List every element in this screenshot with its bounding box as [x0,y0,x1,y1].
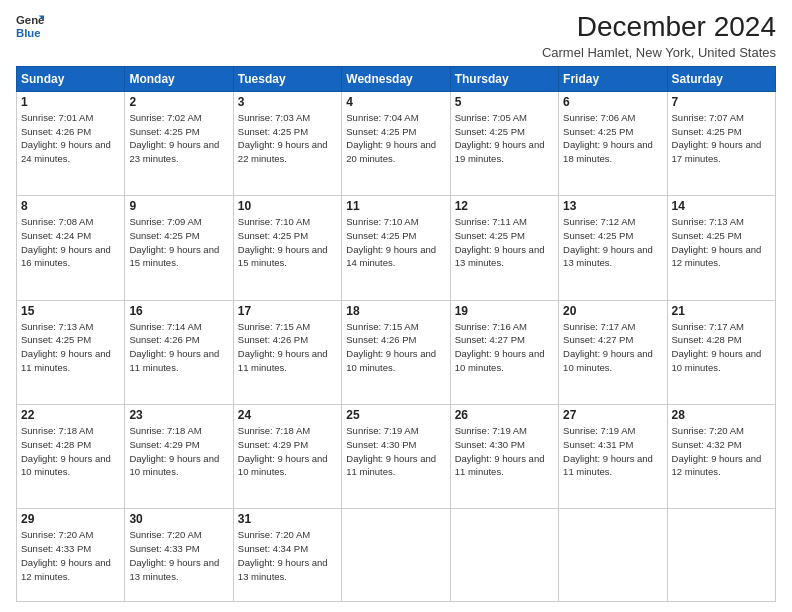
day-number: 29 [21,512,120,526]
weekday-monday: Monday [125,66,233,91]
day-number: 22 [21,408,120,422]
day-info: Sunrise: 7:20 AMSunset: 4:33 PMDaylight:… [129,528,228,583]
logo-icon: General Blue [16,12,44,40]
calendar-cell: 11Sunrise: 7:10 AMSunset: 4:25 PMDayligh… [342,196,450,300]
calendar-cell: 22Sunrise: 7:18 AMSunset: 4:28 PMDayligh… [17,404,125,508]
week-row-5: 29Sunrise: 7:20 AMSunset: 4:33 PMDayligh… [17,509,776,602]
day-info: Sunrise: 7:20 AMSunset: 4:34 PMDaylight:… [238,528,337,583]
day-info: Sunrise: 7:12 AMSunset: 4:25 PMDaylight:… [563,215,662,270]
svg-text:Blue: Blue [16,27,41,39]
day-number: 17 [238,304,337,318]
calendar-cell: 19Sunrise: 7:16 AMSunset: 4:27 PMDayligh… [450,300,558,404]
day-number: 10 [238,199,337,213]
day-info: Sunrise: 7:10 AMSunset: 4:25 PMDaylight:… [238,215,337,270]
calendar-cell: 26Sunrise: 7:19 AMSunset: 4:30 PMDayligh… [450,404,558,508]
day-info: Sunrise: 7:17 AMSunset: 4:28 PMDaylight:… [672,320,771,375]
calendar-cell: 15Sunrise: 7:13 AMSunset: 4:25 PMDayligh… [17,300,125,404]
day-info: Sunrise: 7:08 AMSunset: 4:24 PMDaylight:… [21,215,120,270]
calendar-cell [450,509,558,602]
day-info: Sunrise: 7:10 AMSunset: 4:25 PMDaylight:… [346,215,445,270]
day-info: Sunrise: 7:18 AMSunset: 4:28 PMDaylight:… [21,424,120,479]
day-number: 25 [346,408,445,422]
day-number: 21 [672,304,771,318]
day-info: Sunrise: 7:18 AMSunset: 4:29 PMDaylight:… [129,424,228,479]
week-row-4: 22Sunrise: 7:18 AMSunset: 4:28 PMDayligh… [17,404,776,508]
calendar-body: 1Sunrise: 7:01 AMSunset: 4:26 PMDaylight… [17,91,776,601]
calendar-cell: 9Sunrise: 7:09 AMSunset: 4:25 PMDaylight… [125,196,233,300]
calendar-cell: 17Sunrise: 7:15 AMSunset: 4:26 PMDayligh… [233,300,341,404]
day-number: 15 [21,304,120,318]
day-info: Sunrise: 7:18 AMSunset: 4:29 PMDaylight:… [238,424,337,479]
title-block: December 2024 Carmel Hamlet, New York, U… [542,12,776,60]
calendar-cell: 31Sunrise: 7:20 AMSunset: 4:34 PMDayligh… [233,509,341,602]
calendar-cell [667,509,775,602]
calendar-cell: 20Sunrise: 7:17 AMSunset: 4:27 PMDayligh… [559,300,667,404]
day-info: Sunrise: 7:19 AMSunset: 4:31 PMDaylight:… [563,424,662,479]
day-number: 24 [238,408,337,422]
day-number: 16 [129,304,228,318]
calendar-cell: 16Sunrise: 7:14 AMSunset: 4:26 PMDayligh… [125,300,233,404]
day-number: 11 [346,199,445,213]
day-info: Sunrise: 7:07 AMSunset: 4:25 PMDaylight:… [672,111,771,166]
day-info: Sunrise: 7:13 AMSunset: 4:25 PMDaylight:… [672,215,771,270]
calendar-cell: 28Sunrise: 7:20 AMSunset: 4:32 PMDayligh… [667,404,775,508]
day-number: 13 [563,199,662,213]
header: General Blue December 2024 Carmel Hamlet… [16,12,776,60]
day-number: 1 [21,95,120,109]
day-number: 20 [563,304,662,318]
day-number: 14 [672,199,771,213]
day-number: 26 [455,408,554,422]
day-info: Sunrise: 7:03 AMSunset: 4:25 PMDaylight:… [238,111,337,166]
day-info: Sunrise: 7:13 AMSunset: 4:25 PMDaylight:… [21,320,120,375]
day-number: 23 [129,408,228,422]
calendar-cell: 12Sunrise: 7:11 AMSunset: 4:25 PMDayligh… [450,196,558,300]
calendar-table: SundayMondayTuesdayWednesdayThursdayFrid… [16,66,776,602]
calendar-cell [342,509,450,602]
day-number: 27 [563,408,662,422]
day-info: Sunrise: 7:02 AMSunset: 4:25 PMDaylight:… [129,111,228,166]
calendar-cell: 30Sunrise: 7:20 AMSunset: 4:33 PMDayligh… [125,509,233,602]
calendar-cell: 27Sunrise: 7:19 AMSunset: 4:31 PMDayligh… [559,404,667,508]
day-info: Sunrise: 7:05 AMSunset: 4:25 PMDaylight:… [455,111,554,166]
day-info: Sunrise: 7:16 AMSunset: 4:27 PMDaylight:… [455,320,554,375]
calendar-cell: 2Sunrise: 7:02 AMSunset: 4:25 PMDaylight… [125,91,233,195]
day-number: 18 [346,304,445,318]
day-number: 6 [563,95,662,109]
calendar-cell: 10Sunrise: 7:10 AMSunset: 4:25 PMDayligh… [233,196,341,300]
calendar-cell: 7Sunrise: 7:07 AMSunset: 4:25 PMDaylight… [667,91,775,195]
day-info: Sunrise: 7:04 AMSunset: 4:25 PMDaylight:… [346,111,445,166]
day-number: 7 [672,95,771,109]
calendar-cell: 8Sunrise: 7:08 AMSunset: 4:24 PMDaylight… [17,196,125,300]
day-number: 12 [455,199,554,213]
day-number: 31 [238,512,337,526]
day-info: Sunrise: 7:17 AMSunset: 4:27 PMDaylight:… [563,320,662,375]
day-info: Sunrise: 7:14 AMSunset: 4:26 PMDaylight:… [129,320,228,375]
calendar-cell: 14Sunrise: 7:13 AMSunset: 4:25 PMDayligh… [667,196,775,300]
day-info: Sunrise: 7:19 AMSunset: 4:30 PMDaylight:… [346,424,445,479]
calendar-cell: 21Sunrise: 7:17 AMSunset: 4:28 PMDayligh… [667,300,775,404]
calendar-cell: 3Sunrise: 7:03 AMSunset: 4:25 PMDaylight… [233,91,341,195]
calendar-cell [559,509,667,602]
week-row-2: 8Sunrise: 7:08 AMSunset: 4:24 PMDaylight… [17,196,776,300]
day-info: Sunrise: 7:06 AMSunset: 4:25 PMDaylight:… [563,111,662,166]
day-number: 2 [129,95,228,109]
month-title: December 2024 [542,12,776,43]
logo: General Blue [16,12,44,40]
calendar-cell: 18Sunrise: 7:15 AMSunset: 4:26 PMDayligh… [342,300,450,404]
day-number: 3 [238,95,337,109]
weekday-saturday: Saturday [667,66,775,91]
week-row-3: 15Sunrise: 7:13 AMSunset: 4:25 PMDayligh… [17,300,776,404]
weekday-wednesday: Wednesday [342,66,450,91]
calendar-cell: 29Sunrise: 7:20 AMSunset: 4:33 PMDayligh… [17,509,125,602]
day-info: Sunrise: 7:20 AMSunset: 4:32 PMDaylight:… [672,424,771,479]
weekday-header-row: SundayMondayTuesdayWednesdayThursdayFrid… [17,66,776,91]
calendar-cell: 1Sunrise: 7:01 AMSunset: 4:26 PMDaylight… [17,91,125,195]
calendar-cell: 13Sunrise: 7:12 AMSunset: 4:25 PMDayligh… [559,196,667,300]
day-info: Sunrise: 7:15 AMSunset: 4:26 PMDaylight:… [346,320,445,375]
day-info: Sunrise: 7:09 AMSunset: 4:25 PMDaylight:… [129,215,228,270]
calendar-cell: 4Sunrise: 7:04 AMSunset: 4:25 PMDaylight… [342,91,450,195]
day-info: Sunrise: 7:01 AMSunset: 4:26 PMDaylight:… [21,111,120,166]
page: General Blue December 2024 Carmel Hamlet… [0,0,792,612]
location: Carmel Hamlet, New York, United States [542,45,776,60]
calendar-cell: 24Sunrise: 7:18 AMSunset: 4:29 PMDayligh… [233,404,341,508]
